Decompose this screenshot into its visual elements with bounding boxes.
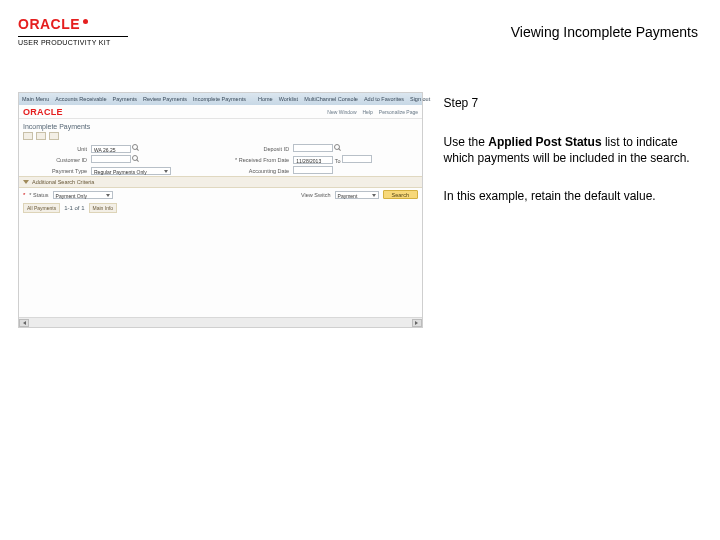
link-help[interactable]: Help <box>363 109 373 115</box>
payment-type-label: Payment Type <box>19 165 89 176</box>
lookup-icon[interactable] <box>132 155 140 163</box>
app-window: Main Menu Accounts Receivable Payments R… <box>18 92 423 328</box>
oracle-logo: ORACLE <box>18 16 128 32</box>
scroll-left-icon[interactable] <box>19 319 29 327</box>
app-oracle-logo: ORACLE <box>23 107 63 117</box>
breadcrumb-item[interactable]: Accounts Receivable <box>55 96 106 102</box>
topnav-multichannel[interactable]: MultiChannel Console <box>304 96 358 102</box>
deposit-label: Deposit ID <box>221 143 291 154</box>
toolbar-icon[interactable] <box>49 132 59 140</box>
app-breadcrumb-bar: Main Menu Accounts Receivable Payments R… <box>19 93 422 105</box>
received-from-input[interactable]: 11/28/2013 <box>293 156 333 164</box>
link-personalize[interactable]: Personalize Page <box>379 109 418 115</box>
search-button[interactable]: Search <box>383 190 418 199</box>
additional-criteria-band[interactable]: Additional Search Criteria <box>19 176 422 188</box>
accounting-date-input[interactable] <box>293 166 333 174</box>
link-new-window[interactable]: New Window <box>327 109 356 115</box>
step-number: Step 7 <box>444 96 702 110</box>
unit-label: Unit <box>19 143 89 154</box>
view-switch-select[interactable]: Payment <box>335 191 379 199</box>
results-bar: All Payments 1-1 of 1 Main Info <box>19 201 422 217</box>
customer-input[interactable] <box>91 155 131 163</box>
results-title: All Payments <box>23 203 60 213</box>
breadcrumb-item[interactable]: Review Payments <box>143 96 187 102</box>
oracle-dot-icon <box>83 19 88 24</box>
scroll-right-icon[interactable] <box>412 319 422 327</box>
results-tab-main[interactable]: Main Info <box>89 203 118 213</box>
lookup-icon[interactable] <box>334 144 342 152</box>
view-switch-label: View Switch <box>301 192 331 198</box>
embedded-screenshot: Main Menu Accounts Receivable Payments R… <box>18 92 426 328</box>
app-page-heading: Incomplete Payments <box>19 119 422 132</box>
instruction-example: In this example, retain the default valu… <box>444 188 702 204</box>
breadcrumb-item[interactable]: Main Menu <box>22 96 49 102</box>
received-to-input[interactable] <box>342 155 372 163</box>
results-count: 1-1 of 1 <box>64 205 84 211</box>
app-logo-bar: ORACLE New Window Help Personalize Page <box>19 105 422 119</box>
search-toolbar <box>19 132 422 143</box>
payment-type-select[interactable]: Regular Payments Only <box>91 167 171 175</box>
applied-post-status-select[interactable]: Payment Only <box>53 191 113 199</box>
breadcrumb-item[interactable]: Payments <box>113 96 137 102</box>
received-from-label: * Received From Date <box>221 154 291 165</box>
expand-icon <box>23 180 29 184</box>
topnav-addfav[interactable]: Add to Favorites <box>364 96 404 102</box>
instruction-text: Use the Applied Post Status list to indi… <box>444 134 702 166</box>
upk-subtitle: USER PRODUCTIVITY KIT <box>18 39 128 46</box>
instruction-bold: Applied Post Status <box>488 135 601 149</box>
additional-criteria-label: Additional Search Criteria <box>32 179 94 185</box>
accounting-date-label: Accounting Date <box>221 165 291 176</box>
app-right-links: New Window Help Personalize Page <box>327 109 418 115</box>
search-form: Unit WA 26.25 Deposit ID Customer ID * R… <box>19 143 422 176</box>
lookup-icon[interactable] <box>132 144 140 152</box>
instruction-panel: Step 7 Use the Applied Post Status list … <box>444 92 702 328</box>
deposit-input[interactable] <box>293 144 333 152</box>
status-label: * Status <box>29 192 48 198</box>
status-row: * * Status Payment Only View Switch Paym… <box>19 188 422 201</box>
page-title: Viewing Incomplete Payments <box>511 24 698 40</box>
unit-input[interactable]: WA 26.25 <box>91 145 131 153</box>
oracle-logo-block: ORACLE USER PRODUCTIVITY KIT <box>18 16 128 46</box>
to-label: To <box>335 158 341 164</box>
breadcrumb-item[interactable]: Incomplete Payments <box>193 96 246 102</box>
customer-label: Customer ID <box>19 154 89 165</box>
instruction-text-before: Use the <box>444 135 489 149</box>
topnav-worklist[interactable]: Worklist <box>279 96 298 102</box>
topnav-signout[interactable]: Sign out <box>410 96 430 102</box>
oracle-wordmark: ORACLE <box>18 16 80 32</box>
horizontal-scrollbar[interactable] <box>19 317 422 327</box>
toolbar-icon[interactable] <box>36 132 46 140</box>
logo-separator <box>18 36 128 37</box>
topnav-home[interactable]: Home <box>258 96 273 102</box>
required-asterisk-icon: * <box>23 192 25 198</box>
toolbar-icon[interactable] <box>23 132 33 140</box>
